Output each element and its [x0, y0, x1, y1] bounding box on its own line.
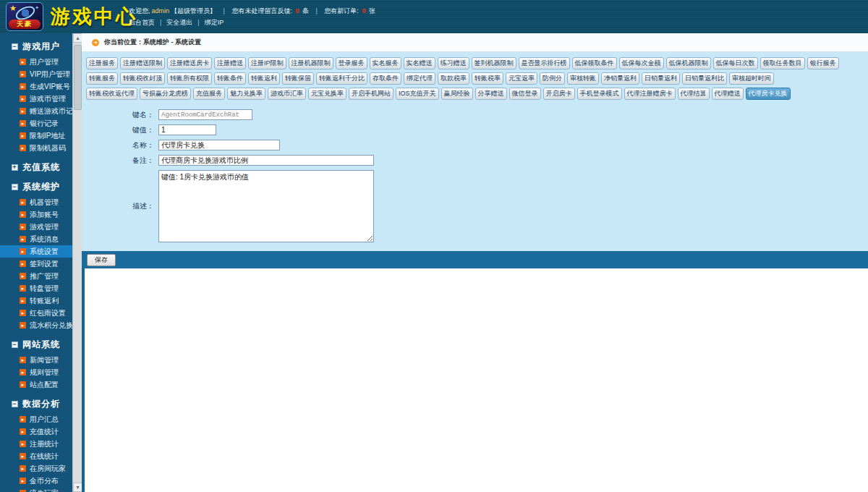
tab-button[interactable]: 日销量返利比: [682, 72, 727, 85]
tab-button[interactable]: 转账税收封顶: [120, 72, 165, 85]
tab-button[interactable]: 赢局经验: [441, 88, 473, 100]
tab-button[interactable]: 净销量返利: [601, 72, 639, 85]
sidebar-item[interactable]: ▸推广管理: [0, 270, 72, 282]
sidebar-section[interactable]: −网站系统: [12, 338, 72, 351]
expand-icon[interactable]: +: [12, 164, 18, 171]
tab-button[interactable]: 游戏币汇率: [268, 88, 306, 100]
collapse-icon[interactable]: −: [12, 401, 18, 407]
tab-button[interactable]: 低保每次金额: [619, 57, 664, 69]
tab-button[interactable]: 登录服务: [336, 57, 367, 69]
tab-button[interactable]: 取款税率: [438, 72, 469, 85]
tab-button[interactable]: 审核转账: [567, 72, 599, 85]
tab-button[interactable]: 注册机器限制: [289, 57, 333, 69]
sidebar-item[interactable]: ▸站点配置: [0, 378, 72, 391]
tab-button[interactable]: 银行服务: [807, 57, 839, 69]
sidebar-item[interactable]: ▸红包雨设置: [0, 307, 72, 319]
tab-button[interactable]: 转账所有权限: [167, 72, 212, 85]
tab-button[interactable]: 亏损赢分龙虎榜: [140, 88, 191, 100]
sidebar-section[interactable]: −游戏用户: [12, 40, 72, 53]
sidebar-item[interactable]: ▸系统设置: [0, 245, 72, 258]
tab-button[interactable]: 是否显示排行榜: [519, 57, 570, 69]
field-input[interactable]: [158, 140, 280, 150]
tab-button[interactable]: 练习赠送: [438, 57, 469, 69]
sidebar-item[interactable]: ▸用户管理: [0, 56, 72, 68]
collapse-icon[interactable]: −: [12, 342, 18, 348]
tab-button[interactable]: 手机登录模式: [577, 88, 622, 100]
sidebar-item[interactable]: ▸新闻管理: [0, 354, 72, 366]
tab-button[interactable]: 转账返利: [248, 72, 280, 85]
sidebar-item[interactable]: ▸机器管理: [0, 196, 72, 208]
sidebar-section[interactable]: −系统维护: [12, 180, 72, 193]
sidebar-item[interactable]: ▸游戏管理: [0, 221, 72, 233]
sidebar-item[interactable]: ▸在线统计: [0, 450, 72, 462]
tab-button[interactable]: 防倒分: [540, 72, 565, 85]
sidebar-scrollbar[interactable]: ▲ ▼: [72, 33, 82, 492]
tab-button[interactable]: 存取条件: [370, 72, 401, 85]
field-input[interactable]: [158, 109, 252, 120]
tab-button[interactable]: 转账条件: [214, 72, 246, 85]
sidebar-section[interactable]: −数据分析: [12, 397, 72, 410]
tab-button[interactable]: 实名赠送: [404, 57, 435, 69]
sidebar-item[interactable]: ▸游戏币管理: [0, 93, 72, 105]
collapse-icon[interactable]: −: [12, 184, 18, 190]
sidebar-item[interactable]: ▸用户汇总: [0, 413, 72, 425]
tab-button[interactable]: 审核超时时间: [729, 72, 774, 85]
sidebar-section[interactable]: +充值系统: [12, 161, 72, 174]
sidebar-item[interactable]: ▸转账返利: [0, 294, 72, 307]
tab-button[interactable]: 转账保留: [282, 72, 314, 85]
tab-button[interactable]: 魅力兑换率: [227, 88, 265, 100]
header-link[interactable]: 后台首页: [129, 19, 155, 26]
tab-button[interactable]: 转账服务: [86, 72, 118, 85]
sidebar-item[interactable]: ▸签到设置: [0, 258, 72, 270]
tab-button[interactable]: 转账返利千分比: [316, 72, 367, 85]
sidebar-item[interactable]: ▸限制IP地址: [0, 130, 72, 142]
sidebar-item[interactable]: ▸生成VIP账号: [0, 80, 72, 93]
sidebar-item[interactable]: ▸流水积分兑换: [0, 319, 72, 331]
scrollbar-thumb[interactable]: [74, 45, 82, 110]
tab-button[interactable]: 开启手机网站: [349, 88, 393, 100]
sidebar-item[interactable]: ▸赠送游戏币记录: [0, 105, 72, 117]
header-link[interactable]: 安全退出: [166, 19, 192, 26]
tab-button[interactable]: 元宝返率: [506, 72, 537, 85]
tab-button[interactable]: 代理赠送: [712, 88, 744, 100]
sidebar-item[interactable]: ▸转盘管理: [0, 282, 72, 294]
tab-button[interactable]: 低保每日次数: [713, 57, 758, 69]
save-button[interactable]: 保存: [87, 254, 116, 266]
tab-button[interactable]: 注册赠送限制: [120, 57, 165, 69]
description-textarea[interactable]: 键值: 1房卡兑换游戏币的值: [158, 170, 374, 242]
tab-button[interactable]: 开启房卡: [543, 88, 575, 100]
tab-button[interactable]: 代理结算: [678, 88, 710, 100]
tab-button[interactable]: 代理房卡兑换: [746, 88, 791, 100]
collapse-icon[interactable]: −: [12, 43, 18, 50]
tab-button[interactable]: 签到机器限制: [472, 57, 516, 69]
field-input[interactable]: [158, 124, 216, 135]
tab-button[interactable]: 绑定代理: [404, 72, 435, 85]
sidebar-item[interactable]: ▸在房间玩家: [0, 462, 72, 475]
tab-button[interactable]: 元宝兑换率: [308, 88, 346, 100]
tab-button[interactable]: 注册赠送房卡: [167, 57, 212, 69]
tab-button[interactable]: 领取任务数目: [760, 57, 805, 69]
tab-button[interactable]: 转账税率: [472, 72, 503, 85]
tab-button[interactable]: 分享赠送: [475, 88, 507, 100]
sidebar-item[interactable]: ▸流失玩家: [0, 487, 72, 492]
sidebar-item[interactable]: ▸金币分布: [0, 475, 72, 487]
tab-button[interactable]: 转账税收返代理: [86, 88, 137, 100]
tab-button[interactable]: 低保机器限制: [666, 57, 711, 69]
tab-button[interactable]: 注册服务: [86, 57, 118, 69]
tab-button[interactable]: 日销量返利: [642, 72, 680, 85]
sidebar-item[interactable]: ▸系统消息: [0, 233, 72, 245]
sidebar-item[interactable]: ▸充值统计: [0, 425, 72, 438]
sidebar-item[interactable]: ▸限制机器码: [0, 142, 72, 154]
field-input[interactable]: [158, 155, 374, 166]
tab-button[interactable]: 实名服务: [370, 57, 401, 69]
sidebar-item[interactable]: ▸VIP用户管理: [0, 68, 72, 80]
tab-button[interactable]: 注册赠送: [214, 57, 246, 69]
header-link[interactable]: 绑定IP: [205, 19, 224, 26]
tab-button[interactable]: 充值服务: [193, 88, 225, 100]
tab-button[interactable]: 低保领取条件: [572, 57, 617, 69]
sidebar-item[interactable]: ▸银行记录: [0, 117, 72, 130]
tab-button[interactable]: IOS充值开关: [396, 88, 439, 100]
tab-button[interactable]: 微信登录: [509, 88, 541, 100]
sidebar-item[interactable]: ▸规则管理: [0, 366, 72, 378]
tab-button[interactable]: 注册IP限制: [248, 57, 286, 69]
